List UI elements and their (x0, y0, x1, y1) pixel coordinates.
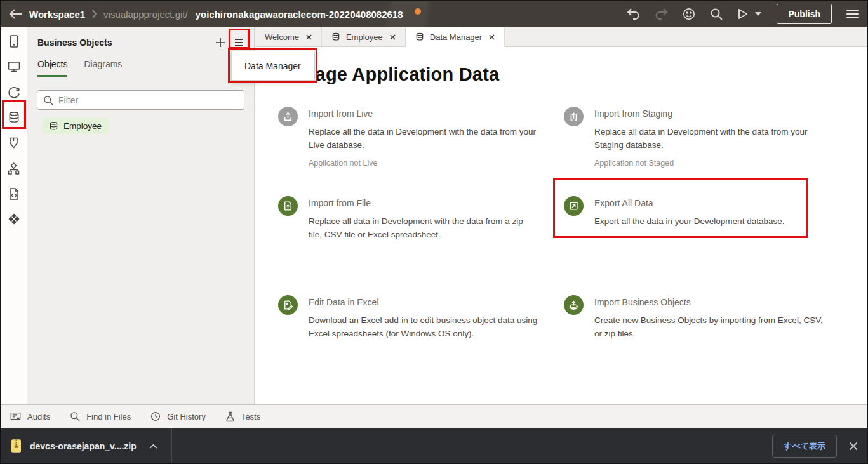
header-actions: Publish (627, 4, 859, 24)
tab-label: Data Manager (430, 32, 482, 42)
object-item-employee[interactable]: Employee (43, 118, 109, 134)
chevron-up-icon[interactable] (149, 444, 157, 449)
header-menu-icon[interactable] (846, 10, 859, 18)
git-icon[interactable] (1, 206, 27, 232)
show-all-downloads-button[interactable]: すべて表示 (772, 435, 837, 458)
feedback-smiley-icon[interactable] (683, 8, 695, 20)
tile-title[interactable]: Import from Staging (594, 109, 824, 119)
database-icon (415, 32, 424, 41)
panel-menu-popup: Data Manager (231, 51, 315, 81)
panel-menu-icon[interactable] (234, 38, 244, 47)
mobile-apps-icon[interactable] (1, 29, 27, 54)
tile-description: Replace all the data in Development with… (309, 125, 538, 152)
tile-title[interactable]: Import Business Objects (594, 297, 824, 307)
filter-field[interactable] (37, 90, 244, 110)
search-icon (70, 411, 80, 421)
panel-title: Business Objects (37, 37, 112, 48)
add-business-object-icon[interactable] (215, 37, 226, 48)
search-icon (43, 95, 53, 105)
tile-title[interactable]: Export All Data (594, 198, 784, 208)
editor-area: Welcome Employee (255, 27, 867, 404)
tile-description: Export all the data in your Development … (594, 215, 784, 228)
document-tabbar: Welcome Employee (255, 27, 867, 47)
tile-import-business-objects[interactable]: Import Business Objects Create new Busin… (564, 295, 837, 347)
database-icon (331, 32, 340, 41)
business-objects-icon[interactable] (1, 105, 27, 130)
import-from-live-icon (278, 107, 298, 126)
processes-icon[interactable] (1, 156, 27, 181)
publish-button[interactable]: Publish (777, 4, 832, 24)
menu-item-data-manager[interactable]: Data Manager (232, 61, 314, 71)
panel-tabs: Objects Diagrams (27, 59, 254, 77)
object-item-label: Employee (63, 121, 102, 131)
run-play-icon[interactable] (737, 8, 749, 20)
tile-description: Replace all data in Development with the… (594, 125, 824, 152)
audits-button[interactable]: Audits (10, 412, 50, 421)
edit-data-in-excel-icon (278, 295, 298, 315)
close-icon[interactable] (489, 34, 495, 40)
toolbar-label: Git History (167, 412, 206, 421)
close-shelf-icon[interactable] (849, 442, 858, 451)
source-icon[interactable] (1, 181, 27, 206)
tab-objects[interactable]: Objects (37, 59, 67, 77)
tile-title[interactable]: Edit Data in Excel (309, 297, 538, 307)
workspace-name[interactable]: Workspace1 (29, 9, 85, 20)
run-caret-down-icon[interactable] (754, 11, 762, 17)
web-apps-icon[interactable] (1, 54, 27, 79)
data-manager-page: Manage Application Data Import from Live… (255, 47, 867, 404)
git-history-button[interactable]: Git History (150, 411, 206, 421)
chevron-right-icon (91, 10, 97, 18)
header-bar: Workspace1 visualappproject.git/ yoichir… (1, 1, 867, 27)
tab-welcome[interactable]: Welcome (255, 27, 322, 46)
find-in-files-button[interactable]: Find in Files (70, 411, 131, 421)
back-arrow-icon[interactable] (9, 8, 23, 20)
download-filename[interactable]: devcs-orasejapan_v....zip (30, 441, 137, 451)
toolbar-label: Tests (241, 412, 260, 421)
bottom-toolbar: Audits Find in Files Git History Tests (1, 404, 867, 428)
filter-input[interactable] (58, 95, 238, 105)
audits-icon (10, 412, 21, 421)
object-list: Employee (27, 118, 254, 134)
tile-import-from-staging[interactable]: Import from Staging Replace all data in … (564, 107, 837, 168)
tab-label: Employee (346, 32, 383, 42)
tile-title[interactable]: Import from File (309, 198, 538, 208)
business-objects-panel: Business Objects Objects Diagrams (27, 27, 255, 404)
import-business-objects-icon (564, 295, 584, 315)
redo-icon[interactable] (655, 8, 668, 20)
import-from-staging-icon (564, 107, 584, 126)
tile-description: Replace all data in Development with the… (309, 215, 538, 241)
undo-icon[interactable] (627, 8, 640, 20)
close-icon[interactable] (390, 34, 396, 40)
tile-edit-data-in-excel[interactable]: Edit Data in Excel Download an Excel add… (278, 295, 551, 347)
branch-name[interactable]: yoichironakagawaoraclecom-20220408082618 (196, 9, 403, 20)
navigation-rail (1, 27, 27, 404)
search-icon[interactable] (710, 8, 723, 20)
clock-icon (150, 411, 161, 421)
tile-status: Application not Staged (594, 159, 824, 168)
shelf-divider (171, 428, 172, 464)
app-window: Workspace1 visualappproject.git/ yoichir… (0, 0, 868, 464)
service-connections-icon[interactable] (1, 79, 27, 105)
tab-label: Welcome (265, 32, 299, 42)
toolbar-label: Find in Files (86, 412, 131, 421)
tab-employee[interactable]: Employee (322, 27, 406, 46)
close-icon[interactable] (306, 34, 312, 40)
download-item[interactable]: devcs-orasejapan_v....zip (10, 439, 157, 453)
import-from-file-icon (278, 196, 298, 216)
tile-title[interactable]: Import from Live (309, 109, 538, 119)
tab-data-manager[interactable]: Data Manager (406, 27, 505, 46)
status-dot (415, 8, 421, 15)
breadcrumb: Workspace1 visualappproject.git/ yoichir… (9, 8, 421, 20)
components-icon[interactable] (1, 130, 27, 156)
tab-diagrams[interactable]: Diagrams (84, 59, 122, 77)
tile-import-from-live[interactable]: Import from Live Replace all the data in… (278, 107, 551, 168)
tile-export-all-data[interactable]: Export All Data Export all the data in y… (564, 196, 837, 235)
tile-import-from-file[interactable]: Import from File Replace all data in Dev… (278, 196, 551, 248)
flask-icon (225, 411, 235, 422)
run-controls (737, 8, 762, 20)
download-shelf: devcs-orasejapan_v....zip すべて表示 (1, 428, 867, 463)
export-all-data-icon (564, 196, 584, 216)
tile-description: Download an Excel add-in to edit busines… (309, 314, 538, 340)
repo-name[interactable]: visualappproject.git/ (103, 9, 188, 20)
tests-button[interactable]: Tests (225, 411, 260, 422)
